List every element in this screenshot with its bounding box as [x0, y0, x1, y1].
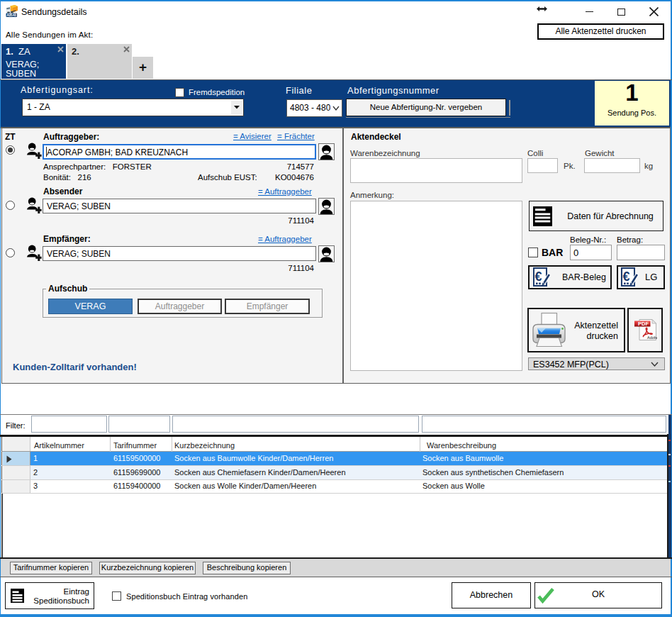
- svg-text:A35.43: A35.43: [7, 13, 17, 17]
- svg-text:Adobe: Adobe: [647, 335, 657, 340]
- svg-text:PDF: PDF: [638, 321, 649, 327]
